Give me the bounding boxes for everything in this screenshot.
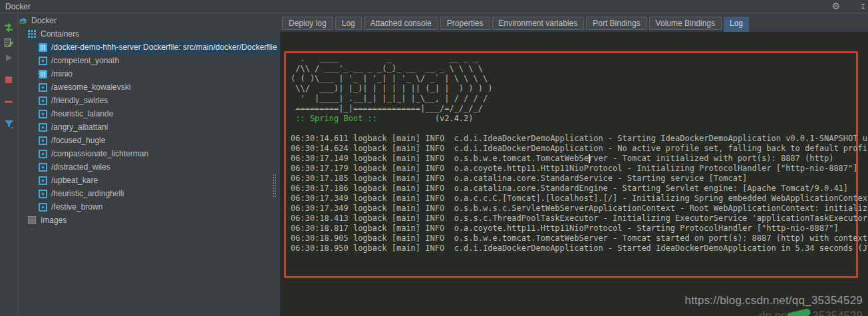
- container-name: /angry_albattani: [51, 120, 108, 134]
- log-line: 06:30:14.611 logback [main] INFO c.d.i.I…: [291, 134, 868, 144]
- log-line: 06:30:18.905 logback [main] INFO o.s.b.w…: [291, 234, 868, 243]
- tab-bar: Deploy logLogAttached consolePropertiesE…: [280, 13, 868, 32]
- tree-item-container[interactable]: /focused_hugle: [19, 134, 279, 147]
- docker-toolbar: [0, 14, 18, 316]
- container-exited-icon: [39, 56, 48, 65]
- container-exited-icon: [39, 122, 48, 132]
- tree-item-images[interactable]: Images: [19, 214, 279, 227]
- tree-item-container[interactable]: /awesome_kowalevski: [19, 80, 279, 94]
- log-line: 06:30:17.186 logback [main] INFO o.a.cat…: [291, 184, 868, 194]
- container-name: /docker-demo-hhh-server Dockerfile: src/…: [51, 41, 277, 54]
- panel-splitter[interactable]: [273, 174, 276, 197]
- log-line: 06:30:17.179 logback [main] INFO o.a.coy…: [291, 164, 868, 174]
- tab-log[interactable]: Log: [724, 17, 749, 32]
- tab-environment-variables[interactable]: Environment variables: [492, 17, 585, 30]
- container-running-icon: [39, 69, 48, 79]
- spring-boot-version-line: :: Spring Boot :: (v2.4.2): [291, 114, 474, 124]
- tree-item-container[interactable]: /distracted_wiles: [19, 160, 279, 174]
- container-name: /minio: [51, 67, 72, 80]
- tree-item-containers[interactable]: Containers: [19, 27, 279, 41]
- container-exited-icon: [39, 109, 48, 118]
- docker-tree: Docker Containers /docker-demo-hhh-serve…: [19, 14, 279, 316]
- log-line: 06:30:18.413 logback [main] INFO o.s.s.c…: [291, 214, 868, 224]
- container-exited-icon: [39, 176, 48, 185]
- container-name: /heuristic_lalande: [51, 107, 113, 120]
- gear-icon[interactable]: ⚙▾: [831, 1, 840, 11]
- log-line: 06:30:17.349 logback [main] INFO o.s.b.w…: [291, 204, 868, 214]
- filter-icon[interactable]: [1, 116, 16, 131]
- container-exited-icon: [39, 96, 48, 105]
- tab-attached-console[interactable]: Attached console: [364, 17, 438, 30]
- container-detail-panel: Deploy logLogAttached consolePropertiesE…: [280, 13, 868, 316]
- tree-item-container[interactable]: /minio: [19, 67, 279, 80]
- container-name: /friendly_swirles: [51, 94, 108, 107]
- watermark-url: https://blog.csdn.net/qq_35354529: [685, 294, 863, 307]
- log-lines: 06:30:14.611 logback [main] INFO c.d.i.I…: [291, 134, 868, 253]
- docker-logo-icon: [19, 16, 28, 25]
- tree-item-label: Docker: [31, 14, 57, 27]
- container-name: /competent_yonath: [51, 54, 119, 67]
- tree-item-container[interactable]: /heuristic_ardinghelli: [19, 187, 279, 200]
- container-exited-icon: [39, 162, 48, 172]
- container-running-icon: [39, 43, 48, 52]
- tree-item-container[interactable]: /heuristic_lalande: [19, 107, 279, 120]
- tree-item-label: Images: [41, 214, 67, 227]
- tree-item-label: Containers: [41, 27, 79, 41]
- container-exited-icon: [39, 136, 48, 145]
- tab-properties[interactable]: Properties: [440, 17, 490, 30]
- log-line: 06:30:17.185 logback [main] INFO o.a.cat…: [291, 174, 868, 184]
- log-line: 06:30:18.950 logback [main] INFO c.d.i.I…: [291, 243, 868, 253]
- tab-volume-bindings[interactable]: Volume Bindings: [649, 17, 722, 30]
- container-name: /distracted_wiles: [51, 160, 110, 174]
- container-exited-icon: [39, 189, 48, 198]
- container-name: /upbeat_kare: [51, 174, 98, 187]
- containers-grid-icon: [28, 29, 37, 39]
- log-console[interactable]: . ____ _ __ _ _ /\\ / ___'_ __ _ _(_)_ _…: [280, 32, 868, 316]
- stop-icon[interactable]: [1, 73, 16, 87]
- watermark-url-partial: dn.net/qq_35354529: [759, 309, 863, 316]
- run-icon[interactable]: [1, 51, 16, 65]
- tree-item-container[interactable]: /competent_yonath: [19, 54, 279, 67]
- spring-boot-ascii-banner: . ____ _ __ _ _ /\\ / ___'_ __ _ _(_)_ _…: [291, 54, 492, 114]
- log-line: 06:30:17.349 logback [main] INFO o.a.c.c…: [291, 194, 868, 204]
- tab-port-bindings[interactable]: Port Bindings: [586, 17, 647, 30]
- tree-item-container[interactable]: /festive_brown: [19, 200, 279, 214]
- log-line: 06:30:18.817 logback [main] INFO o.a.coy…: [291, 224, 868, 234]
- tree-item-container[interactable]: /upbeat_kare: [19, 174, 279, 187]
- tool-window-titlebar: Docker ⚙▾ ↧: [0, 0, 868, 13]
- tree-item-docker-root[interactable]: Docker: [19, 14, 279, 27]
- log-line: 06:30:14.624 logback [main] INFO c.d.i.I…: [291, 144, 868, 154]
- container-name: /heuristic_ardinghelli: [51, 187, 124, 200]
- tab-deploy-log[interactable]: Deploy log: [282, 17, 333, 30]
- tool-window-title: Docker: [5, 2, 31, 11]
- tree-item-container[interactable]: /compassionate_lichterman: [19, 147, 279, 160]
- delete-icon[interactable]: [1, 94, 16, 109]
- container-name: /compassionate_lichterman: [51, 147, 148, 160]
- container-name: /focused_hugle: [51, 134, 105, 147]
- spring-boot-version: (v2.4.2): [377, 114, 474, 123]
- log-line: 06:30:17.149 logback [main] INFO o.s.b.w…: [291, 154, 868, 164]
- container-exited-icon: [39, 149, 48, 158]
- container-exited-icon: [39, 82, 48, 92]
- tab-log[interactable]: Log: [335, 17, 362, 30]
- images-grid-icon: [28, 216, 37, 225]
- edit-configuration-icon[interactable]: [1, 35, 16, 50]
- text-caret: [589, 154, 590, 163]
- hide-tool-window-icon[interactable]: ↧: [860, 3, 868, 11]
- spring-boot-label: :: Spring Boot ::: [291, 114, 377, 123]
- container-exited-icon: [39, 202, 48, 212]
- container-name: /festive_brown: [51, 200, 102, 214]
- tree-item-container[interactable]: /angry_albattani: [19, 120, 279, 134]
- connect-icon[interactable]: [1, 20, 16, 35]
- container-name: /awesome_kowalevski: [51, 80, 130, 94]
- tree-item-container[interactable]: /friendly_swirles: [19, 94, 279, 107]
- tree-item-container[interactable]: /docker-demo-hhh-server Dockerfile: src/…: [19, 41, 279, 54]
